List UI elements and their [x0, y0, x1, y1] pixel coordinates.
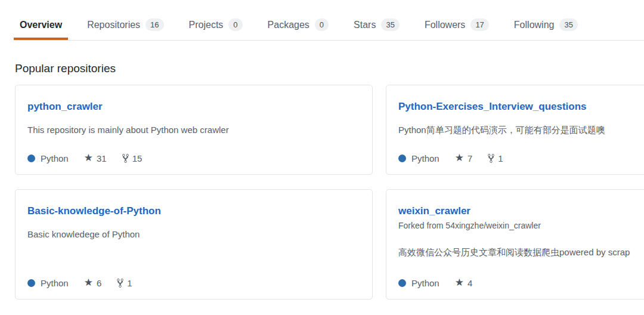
tab-followers-label: Followers	[425, 20, 465, 30]
repo-meta-row: Python ★ 31 15	[27, 153, 360, 163]
language-label: Python	[411, 278, 439, 288]
tab-repositories-label: Repositories	[87, 20, 140, 30]
tab-stars-label: Stars	[354, 20, 376, 30]
repo-forked-from: Forked from 54xingzhe/weixin_crawler	[398, 221, 644, 230]
repo-language: Python	[27, 278, 69, 288]
repo-meta-row: Python ★ 4	[398, 278, 644, 288]
language-dot-icon	[398, 279, 406, 287]
repo-link-python-exercises[interactable]: Python-Exercises_Interview_questions	[398, 100, 587, 113]
repo-star-count[interactable]: ★ 7	[455, 153, 473, 163]
star-icon: ★	[84, 277, 93, 288]
tab-following-label: Following	[514, 20, 555, 30]
repo-description: Python简单习题的代码演示，可能有部分是面试题噢	[398, 123, 644, 136]
star-count-value: 4	[467, 278, 472, 288]
repo-link-weixin-crawler[interactable]: weixin_crawler	[398, 205, 470, 217]
language-dot-icon	[27, 155, 35, 162]
star-count-value: 7	[467, 153, 472, 163]
language-label: Python	[411, 153, 439, 163]
repo-star-count[interactable]: ★ 31	[84, 153, 107, 163]
tab-packages-label: Packages	[268, 20, 309, 30]
repo-card-basic-knowledge: Basic-knowledge-of-Python Basic knowlede…	[15, 189, 373, 299]
tab-stars[interactable]: Stars 35	[348, 11, 405, 40]
repo-card-python-crawler: python_crawler This repository is mainly…	[15, 85, 373, 175]
repo-description: This repository is mainly about Python w…	[27, 123, 360, 136]
tab-followers-count: 17	[470, 18, 488, 31]
language-label: Python	[41, 278, 69, 288]
repo-language: Python	[398, 278, 439, 288]
repo-meta-row: Python ★ 7 1	[398, 153, 644, 163]
tab-followers[interactable]: Followers 17	[419, 11, 495, 40]
tab-following[interactable]: Following 35	[508, 11, 584, 40]
repo-language: Python	[27, 153, 69, 163]
star-count-value: 6	[97, 278, 101, 288]
tab-following-count: 35	[559, 18, 577, 31]
popular-repositories-heading: Popular repositories	[15, 62, 644, 75]
repo-card-python-exercises: Python-Exercises_Interview_questions Pyt…	[386, 85, 644, 175]
star-count-value: 31	[97, 153, 107, 163]
tab-packages[interactable]: Packages 0	[262, 11, 335, 40]
fork-icon	[117, 278, 123, 288]
tab-overview[interactable]: Overview	[14, 11, 68, 40]
fork-count-value: 15	[132, 153, 143, 163]
repo-language: Python	[398, 153, 439, 163]
popular-repositories-grid: python_crawler This repository is mainly…	[15, 85, 644, 299]
repo-fork-count[interactable]: 15	[122, 153, 143, 163]
tab-stars-count: 35	[381, 18, 399, 31]
star-icon: ★	[455, 153, 464, 163]
repo-description: 高效微信公众号历史文章和阅读数据爬虫powered by scrap	[398, 246, 644, 258]
tab-packages-count: 0	[315, 18, 329, 31]
tab-repositories-count: 16	[145, 18, 163, 31]
repo-link-basic-knowledge[interactable]: Basic-knowledge-of-Python	[27, 205, 161, 217]
star-icon: ★	[84, 153, 93, 163]
tab-projects[interactable]: Projects 0	[183, 11, 249, 40]
star-icon: ★	[455, 277, 464, 288]
fork-count-value: 1	[127, 278, 132, 288]
repo-fork-count[interactable]: 1	[117, 278, 132, 288]
language-label: Python	[41, 153, 69, 163]
repo-link-python-crawler[interactable]: python_crawler	[27, 100, 103, 113]
tab-overview-label: Overview	[20, 20, 62, 30]
fork-icon	[488, 153, 494, 163]
fork-count-value: 1	[498, 153, 503, 163]
language-dot-icon	[398, 155, 406, 162]
repo-card-weixin-crawler: weixin_crawler Forked from 54xingzhe/wei…	[386, 189, 644, 299]
tab-projects-label: Projects	[189, 20, 224, 30]
language-dot-icon	[27, 279, 35, 287]
tab-projects-count: 0	[228, 18, 242, 31]
repo-fork-count[interactable]: 1	[488, 153, 503, 163]
repo-meta-row: Python ★ 6 1	[27, 278, 360, 288]
repo-star-count[interactable]: ★ 4	[455, 278, 473, 288]
fork-icon	[122, 153, 129, 163]
repo-star-count[interactable]: ★ 6	[84, 278, 102, 288]
profile-tab-nav: Overview Repositories 16 Projects 0 Pack…	[14, 0, 644, 41]
repo-description: Basic knowledege of Python	[27, 228, 360, 240]
tab-repositories[interactable]: Repositories 16	[81, 11, 169, 40]
